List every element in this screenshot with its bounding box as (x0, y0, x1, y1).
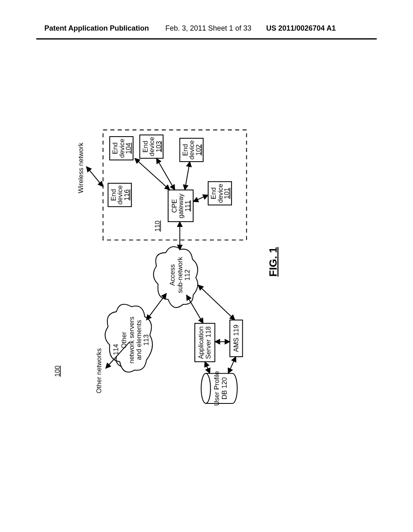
svg-text:101: 101 (223, 188, 231, 199)
ref-110: 110 (154, 220, 161, 232)
svg-text:103: 103 (155, 141, 163, 152)
link-ams-access (198, 285, 235, 320)
header-mid: Feb. 3, 2011 Sheet 1 of 33 (165, 24, 251, 33)
link-cpe-104 (135, 158, 170, 190)
header-right: US 2011/0026704 A1 (266, 24, 336, 33)
link-cpe-101 (193, 195, 208, 202)
link-db-ams (228, 357, 236, 373)
svg-text:Server 118: Server 118 (204, 326, 212, 359)
svg-text:112: 112 (184, 270, 191, 281)
link-cpe-103 (156, 158, 175, 190)
box-end-device-102: End device 102 (180, 138, 203, 162)
box-end-device-103: End device 103 (140, 135, 163, 158)
svg-text:102: 102 (195, 144, 202, 156)
svg-text:116: 116 (123, 189, 131, 201)
svg-text:Application: Application (197, 326, 205, 359)
label-other-networks: Other networks (95, 348, 103, 393)
svg-text:113: 113 (142, 335, 150, 346)
svg-text:and elements: and elements (135, 320, 143, 360)
svg-text:Other: Other (120, 332, 128, 349)
page-header: Patent Application Publication Feb. 3, 2… (0, 24, 413, 40)
box-cpe-gateway: CPE gateway 111 (168, 190, 193, 222)
figure-canvas: 100 Other networks 114 Other network ser… (36, 60, 377, 472)
svg-text:network servers: network servers (128, 316, 136, 364)
svg-text:104: 104 (125, 143, 132, 154)
link-db-appserver (205, 362, 210, 373)
cloud-other-servers: Other network servers and elements 113 (105, 304, 152, 372)
box-end-device-101: End device 101 (208, 182, 232, 205)
ref-114: 114 (112, 344, 120, 355)
svg-text:AMS 119: AMS 119 (232, 325, 240, 352)
diagram-svg: 100 Other networks 114 Other network ser… (36, 60, 377, 472)
svg-text:111: 111 (184, 200, 192, 212)
svg-text:DB 120: DB 120 (221, 377, 228, 399)
box-application-server: Application Server 118 (195, 323, 215, 362)
svg-text:Access: Access (169, 264, 176, 286)
cloud-access-subnetwork: Access sub-network 112 (154, 247, 198, 308)
header-left: Patent Application Publication (44, 24, 149, 33)
svg-point-12 (201, 373, 211, 403)
box-end-device-104: End device 104 (110, 137, 133, 160)
figure-label: FIG. 1 (267, 247, 279, 277)
svg-text:sub-network: sub-network (176, 257, 184, 293)
cylinder-user-profile-db: User Profile DB 120 (201, 371, 237, 405)
link-cpe-102 (185, 162, 190, 190)
header-rule (36, 38, 377, 39)
box-end-device-116: End device 116 (108, 183, 131, 207)
figure-number: 100 (54, 366, 61, 377)
link-servers-access (146, 293, 167, 320)
link-appserver-access (186, 295, 203, 323)
box-ams: AMS 119 (230, 320, 242, 357)
label-wireless-network: Wireless network (77, 142, 85, 193)
link-wireless-network (86, 166, 103, 187)
svg-text:User Profile: User Profile (213, 371, 221, 405)
